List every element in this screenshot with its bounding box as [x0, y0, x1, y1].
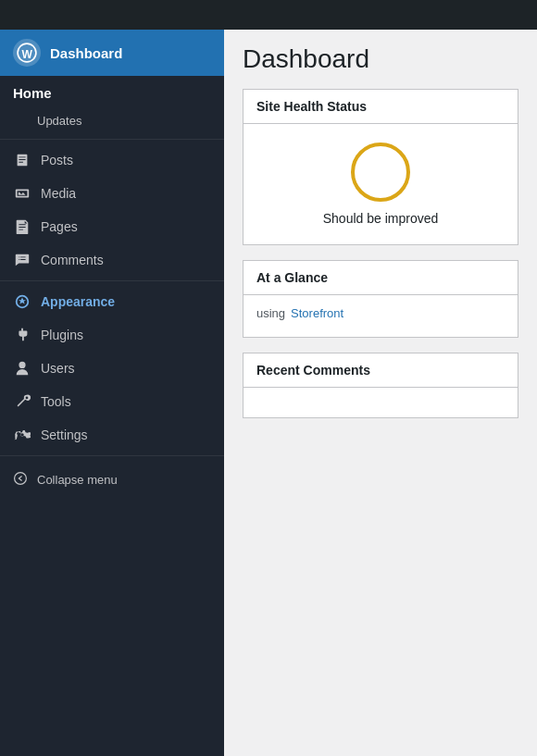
sidebar-item-pages[interactable]: Pages: [0, 210, 224, 243]
sidebar-item-plugins[interactable]: Plugins: [0, 318, 224, 352]
sidebar-item-tools[interactable]: Tools: [0, 385, 224, 418]
recent-comments-body: [244, 388, 518, 417]
plugins-label: Plugins: [41, 328, 83, 342]
health-status-label: Should be improved: [323, 211, 439, 226]
page-title: Dashboard: [243, 44, 518, 74]
at-a-glance-widget: At a Glance using Storefront: [243, 260, 518, 338]
sidebar-item-posts[interactable]: Posts: [0, 143, 224, 177]
sidebar-item-updates[interactable]: Updates: [0, 110, 224, 135]
appearance-label: Appearance: [41, 294, 115, 309]
posts-label: Posts: [41, 153, 73, 167]
collapse-menu-button[interactable]: Collapse menu: [0, 464, 224, 496]
sidebar-item-settings[interactable]: Settings: [0, 418, 224, 452]
recent-comments-widget: Recent Comments: [243, 353, 518, 418]
recent-comments-title: Recent Comments: [244, 353, 518, 388]
sidebar: W Dashboard Home Updates Posts: [0, 30, 224, 756]
tools-icon: [13, 392, 31, 411]
site-health-widget: Site Health Status Should be improved: [243, 89, 518, 245]
users-icon: [13, 359, 31, 378]
pages-icon: [13, 217, 31, 236]
divider-3: [0, 455, 224, 456]
sidebar-item-comments[interactable]: Comments: [0, 243, 224, 277]
collapse-label: Collapse menu: [37, 473, 118, 487]
admin-bar: [0, 0, 537, 30]
health-circle: [351, 143, 410, 202]
updates-label: Updates: [37, 114, 81, 128]
media-label: Media: [41, 186, 76, 201]
tools-label: Tools: [41, 394, 71, 409]
svg-text:W: W: [22, 48, 33, 61]
sidebar-item-users[interactable]: Users: [0, 352, 224, 385]
wp-logo: W: [13, 39, 41, 67]
at-a-glance-body: using Storefront: [244, 295, 518, 337]
svg-point-2: [15, 473, 27, 485]
settings-label: Settings: [41, 428, 88, 442]
appearance-icon: [13, 292, 31, 311]
plugins-icon: [13, 326, 31, 344]
using-label: using: [256, 306, 285, 320]
at-a-glance-title: At a Glance: [244, 261, 518, 295]
collapse-icon: [13, 471, 28, 489]
storefront-link[interactable]: Storefront: [291, 306, 343, 320]
divider-1: [0, 139, 224, 140]
settings-icon: [13, 426, 31, 444]
sidebar-header[interactable]: W Dashboard: [0, 30, 224, 76]
home-label: Home: [13, 85, 52, 101]
main-content: Dashboard Site Health Status Should be i…: [224, 30, 537, 756]
sidebar-title: Dashboard: [50, 45, 122, 61]
storefront-row: using Storefront: [256, 306, 505, 320]
sidebar-item-home[interactable]: Home: [0, 76, 224, 110]
comments-label: Comments: [41, 253, 104, 267]
posts-icon: [13, 151, 31, 169]
sidebar-item-appearance[interactable]: Appearance: [0, 285, 224, 318]
users-label: Users: [41, 361, 75, 376]
media-icon: [13, 184, 31, 203]
pages-label: Pages: [41, 219, 78, 234]
sidebar-nav: Home Updates Posts Media: [0, 76, 224, 496]
comments-icon: [13, 251, 31, 269]
site-health-body: Should be improved: [244, 124, 518, 244]
sidebar-item-media[interactable]: Media: [0, 177, 224, 210]
site-health-title: Site Health Status: [244, 90, 518, 124]
divider-2: [0, 280, 224, 281]
